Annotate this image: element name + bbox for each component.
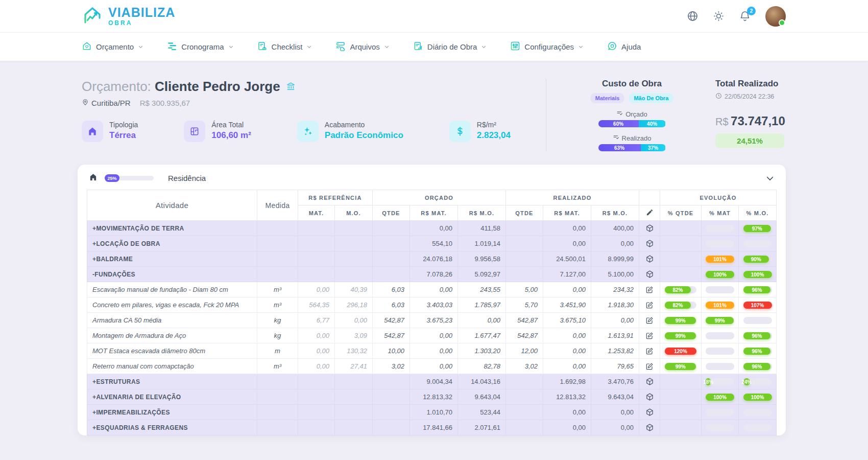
progress-pill	[706, 286, 734, 293]
theme-sun-icon[interactable]	[713, 10, 725, 22]
evolution-cell	[702, 328, 739, 343]
category-row[interactable]: +ESTRUTURAS9.004,3414.043,161.692,983.47…	[87, 374, 776, 389]
category-row[interactable]: +TELHADO	[87, 435, 776, 436]
nav-diario-de-obra[interactable]: Diário de Obra	[413, 41, 487, 53]
package-icon[interactable]	[645, 408, 654, 417]
logo-house-chart-icon	[82, 5, 103, 28]
evolution-cell: 97%	[739, 221, 777, 236]
nav-checklist[interactable]: Checklist	[257, 41, 312, 53]
settings-sliders-icon	[510, 41, 520, 53]
progress-pill: 100%	[706, 271, 734, 278]
nav-cronograma[interactable]: Cronograma	[167, 41, 233, 53]
package-icon[interactable]	[645, 393, 654, 401]
value-cell	[298, 374, 334, 389]
edit-row-icon[interactable]	[645, 332, 654, 340]
value-cell	[298, 389, 334, 405]
nav-orcamento[interactable]: Orçamento	[82, 41, 143, 53]
edit-row-icon[interactable]	[645, 301, 654, 309]
value-cell: 3,02	[372, 359, 409, 374]
actions-cell[interactable]	[639, 389, 660, 405]
evolution-cell: 100%	[702, 389, 739, 405]
actions-cell[interactable]	[639, 267, 660, 282]
collapse-chevron-icon[interactable]	[765, 174, 775, 183]
activity-name-cell: Reterro manual com comapctação	[87, 359, 257, 374]
top-bar: VIABILIZA OBRA 2	[0, 0, 868, 33]
nav-arquivos[interactable]: Arquivos	[335, 41, 389, 53]
evolution-cell: 120%	[660, 343, 702, 359]
category-row[interactable]: +MOVIMENTAÇÃO DE TERRA0,00411,580,00400,…	[87, 221, 776, 236]
package-icon[interactable]	[645, 239, 654, 248]
value-cell: 0,00	[543, 282, 591, 297]
category-row[interactable]: +ESQUADRIAS & FERRAGENS17.841,662.071,61…	[87, 420, 776, 435]
edit-row-icon[interactable]	[645, 362, 654, 371]
user-avatar[interactable]	[765, 6, 786, 27]
actions-cell[interactable]	[639, 328, 660, 343]
col-header-pct-mat: % MAT	[702, 205, 739, 221]
package-icon[interactable]	[645, 377, 654, 386]
package-icon[interactable]	[645, 270, 654, 279]
value-cell: 82,78	[457, 359, 505, 374]
value-cell	[334, 389, 372, 405]
col-header-orcado-qtde: QTDE	[372, 205, 409, 221]
project-section-header[interactable]: 25% Residência	[78, 165, 786, 190]
actions-cell[interactable]	[639, 282, 660, 297]
edit-row-icon[interactable]	[645, 316, 654, 325]
value-cell: 0,00	[591, 420, 639, 435]
progress-pill: 90%	[743, 256, 772, 263]
actions-cell[interactable]	[639, 297, 660, 313]
evolution-cell	[660, 405, 702, 420]
progress-pill: 101%	[706, 256, 734, 263]
category-row[interactable]: +BALDRAME24.076,189.956,5824.500,018.999…	[87, 251, 776, 267]
category-row[interactable]: +IMPERMEABILIZAÇÕES1.010,70523,440,000,0…	[87, 405, 776, 420]
package-icon[interactable]	[645, 224, 654, 233]
actions-cell[interactable]	[639, 221, 660, 236]
package-icon[interactable]	[645, 255, 654, 263]
progress-pill: 96%	[743, 286, 772, 293]
value-cell	[505, 405, 543, 420]
nav-configuracoes[interactable]: Configurações	[510, 41, 584, 53]
value-cell: m	[257, 343, 298, 359]
evolution-cell: 82%	[660, 282, 702, 297]
actions-cell[interactable]	[639, 374, 660, 389]
category-row[interactable]: +ALVENARIA DE ELEVAÇÃO12.813,329.643,041…	[87, 389, 776, 405]
value-cell	[505, 374, 543, 389]
app-logo[interactable]: VIABILIZA OBRA	[82, 5, 175, 28]
actions-cell[interactable]	[639, 435, 660, 436]
edit-row-icon[interactable]	[645, 347, 654, 355]
actions-cell[interactable]	[639, 405, 660, 420]
notifications-bell-icon[interactable]: 2	[739, 10, 751, 22]
value-cell	[372, 405, 409, 420]
activity-row: Montagem de Armadura de Açokg0,003,09542…	[87, 328, 776, 343]
value-cell: 3.403,03	[409, 297, 457, 313]
language-globe-icon[interactable]	[687, 10, 698, 22]
category-row[interactable]: +LOCAÇÃO DE OBRA554,101.019,140,000,00	[87, 236, 776, 251]
value-cell: 0,00	[543, 405, 591, 420]
actions-cell[interactable]	[639, 343, 660, 359]
package-icon[interactable]	[645, 423, 654, 432]
value-cell: 9.004,34	[409, 374, 457, 389]
value-cell	[591, 435, 639, 436]
value-cell: 234,32	[591, 282, 639, 297]
nav-ajuda[interactable]: Ajuda	[607, 41, 641, 53]
chevron-down-icon	[228, 44, 234, 50]
value-cell	[334, 420, 372, 435]
actions-cell[interactable]	[639, 420, 660, 435]
progress-pill: 107%	[743, 302, 772, 309]
progress-pill: 96%	[743, 363, 772, 370]
project-progress-label: 25%	[105, 174, 119, 182]
actions-cell[interactable]	[639, 236, 660, 251]
evolution-cell: 90%	[739, 251, 777, 267]
category-row[interactable]: -FUNDAÇÕES7.078,265.092,977.127,005.100,…	[87, 267, 776, 282]
value-cell	[372, 221, 409, 236]
value-cell: 3,09	[334, 328, 372, 343]
value-cell	[505, 251, 543, 267]
value-cell: 0,00	[298, 359, 334, 374]
value-cell	[334, 435, 372, 436]
actions-cell[interactable]	[639, 313, 660, 328]
value-cell: 0,00	[298, 343, 334, 359]
actions-cell[interactable]	[639, 251, 660, 267]
edit-row-icon[interactable]	[645, 286, 654, 294]
value-cell: 14.043,16	[457, 374, 505, 389]
actions-cell[interactable]	[639, 359, 660, 374]
value-cell: 6,77	[298, 313, 334, 328]
